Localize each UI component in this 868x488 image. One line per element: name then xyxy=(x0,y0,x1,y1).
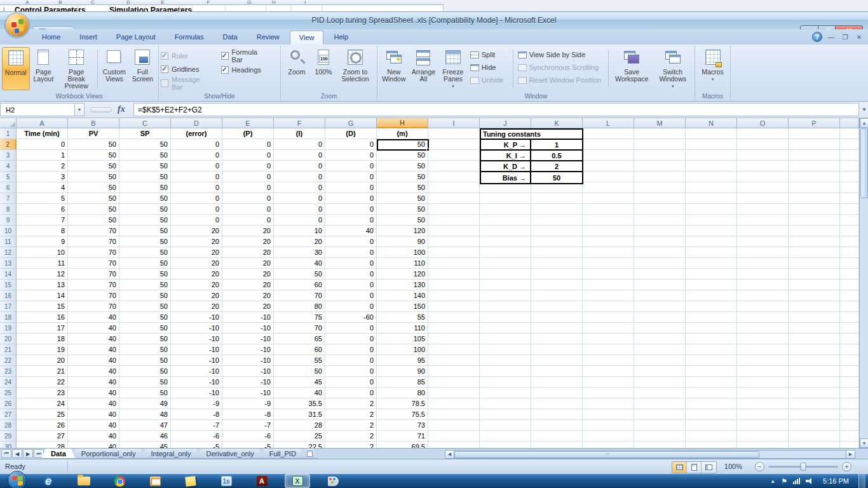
cell-J22[interactable] xyxy=(480,355,531,366)
cell-F16[interactable]: 70 xyxy=(274,290,325,301)
full-screen-button[interactable]: Full Screen xyxy=(129,47,156,90)
synchronous-scrolling-button[interactable]: Synchronous Scrolling xyxy=(515,61,606,74)
cell-B28[interactable]: 40 xyxy=(68,420,119,431)
cell-N13[interactable] xyxy=(686,258,737,269)
cell-M8[interactable] xyxy=(634,204,686,215)
cell-H3[interactable]: 50 xyxy=(377,150,428,161)
cell-E8[interactable]: 0 xyxy=(222,204,274,215)
cell-C13[interactable]: 50 xyxy=(119,258,171,269)
cell-O3[interactable] xyxy=(737,150,789,161)
taskbar-onenote-icon[interactable]: 1s xyxy=(214,474,239,488)
row-header-3[interactable]: 3 xyxy=(0,150,17,161)
cell-A27[interactable]: 25 xyxy=(17,409,68,420)
cell-K16[interactable] xyxy=(531,290,583,301)
cell-A2[interactable]: 0 xyxy=(17,139,68,150)
cell-P12[interactable] xyxy=(789,247,840,258)
cell-F20[interactable]: 65 xyxy=(274,334,325,344)
cell-C24[interactable]: 50 xyxy=(119,377,171,388)
cell-I3[interactable] xyxy=(428,150,480,161)
cell-L3[interactable] xyxy=(583,150,634,161)
reset-window-position-button[interactable]: Reset Window Position xyxy=(515,74,606,86)
cell-F14[interactable]: 50 xyxy=(274,269,325,280)
cell-F13[interactable]: 40 xyxy=(274,258,325,269)
cell-P23[interactable] xyxy=(789,366,840,377)
cell-I4[interactable] xyxy=(428,161,480,172)
cell-O15[interactable] xyxy=(737,280,789,290)
cell-A14[interactable]: 12 xyxy=(17,269,68,280)
cell-C16[interactable]: 50 xyxy=(119,290,171,301)
cell-K14[interactable] xyxy=(531,269,583,280)
cell-B13[interactable]: 70 xyxy=(68,258,119,269)
ribbon-tab-page-layout[interactable]: Page Layout xyxy=(107,30,165,44)
cell-B19[interactable]: 40 xyxy=(68,323,119,334)
page-layout-view-button[interactable]: Page Layout xyxy=(30,47,57,90)
cell-H5[interactable]: 50 xyxy=(377,172,428,182)
cell-G22[interactable]: 0 xyxy=(325,355,377,366)
cell-D18[interactable]: -10 xyxy=(171,312,222,323)
cell-E9[interactable]: 0 xyxy=(222,215,274,226)
cell-A11[interactable]: 9 xyxy=(17,236,68,247)
cell-D3[interactable]: 0 xyxy=(171,150,222,161)
custom-views-button[interactable]: Custom Views xyxy=(100,47,128,90)
cell-M12[interactable] xyxy=(634,247,686,258)
gridlines-checkbox[interactable] xyxy=(161,65,168,73)
cell-J28[interactable] xyxy=(480,420,531,431)
cell-E11[interactable]: 20 xyxy=(222,236,274,247)
cell-P13[interactable] xyxy=(789,258,840,269)
cell-J14[interactable] xyxy=(480,269,531,280)
cell-J13[interactable] xyxy=(480,258,531,269)
cell-I20[interactable] xyxy=(428,334,480,344)
cell-I24[interactable] xyxy=(428,377,480,388)
cell-M7[interactable] xyxy=(634,193,686,204)
cell-D2[interactable]: 0 xyxy=(171,139,222,150)
cell-L4[interactable] xyxy=(583,161,634,172)
cell-N12[interactable] xyxy=(686,247,737,258)
row-header-26[interactable]: 26 xyxy=(0,398,17,409)
cell-B4[interactable]: 50 xyxy=(68,161,119,172)
taskbar-outlook-icon[interactable] xyxy=(142,474,168,488)
cell-L18[interactable] xyxy=(583,312,634,323)
cell-N18[interactable] xyxy=(686,312,737,323)
cell-K30[interactable] xyxy=(531,442,583,448)
cell-partial[interactable] xyxy=(840,128,859,139)
cell-N11[interactable] xyxy=(686,236,737,247)
cell-B26[interactable]: 40 xyxy=(68,398,119,409)
cell-B16[interactable]: 70 xyxy=(68,290,119,301)
column-header-partial[interactable] xyxy=(840,118,859,128)
cell-M26[interactable] xyxy=(634,398,686,409)
cell-N28[interactable] xyxy=(686,420,737,431)
freeze-panes-button[interactable]: Freeze Panes ▾ xyxy=(438,47,468,90)
cell-M2[interactable] xyxy=(634,139,686,150)
row-header-8[interactable]: 8 xyxy=(0,204,17,215)
cell-D9[interactable]: 0 xyxy=(171,215,222,226)
cell-D21[interactable]: -10 xyxy=(171,344,222,355)
status-normal-view-button[interactable] xyxy=(672,462,687,473)
cell-D23[interactable]: -10 xyxy=(171,366,222,377)
cell-H19[interactable]: 110 xyxy=(377,323,428,334)
cell-M5[interactable] xyxy=(634,172,686,182)
cell-H26[interactable]: 78.5 xyxy=(377,398,428,409)
cell-H15[interactable]: 130 xyxy=(377,280,428,290)
scroll-down-icon[interactable]: ▼ xyxy=(860,438,868,448)
cell-partial[interactable] xyxy=(840,344,859,355)
cell-M9[interactable] xyxy=(634,215,686,226)
column-header-b[interactable]: B xyxy=(68,118,119,128)
cell-B6[interactable]: 50 xyxy=(68,182,119,193)
cell-O8[interactable] xyxy=(737,204,789,215)
cell-G28[interactable]: 2 xyxy=(325,420,377,431)
taskbar-internet-explorer-icon[interactable]: e xyxy=(36,474,61,488)
cell-M29[interactable] xyxy=(634,431,686,442)
cell-G25[interactable]: 0 xyxy=(325,388,377,398)
cell-C7[interactable]: 50 xyxy=(119,193,171,204)
cell-K9[interactable] xyxy=(531,215,583,226)
cell-partial[interactable] xyxy=(840,193,859,204)
cell-I18[interactable] xyxy=(428,312,480,323)
scroll-up-icon[interactable]: ▲ xyxy=(860,118,868,128)
ribbon-tab-data[interactable]: Data xyxy=(214,30,246,44)
cell-P30[interactable] xyxy=(789,442,840,448)
cell-F11[interactable]: 20 xyxy=(274,236,325,247)
cell-K12[interactable] xyxy=(531,247,583,258)
cell-I11[interactable] xyxy=(428,236,480,247)
workbook-minimize-icon[interactable]: — xyxy=(826,34,836,41)
column-header-d[interactable]: D xyxy=(171,118,222,128)
